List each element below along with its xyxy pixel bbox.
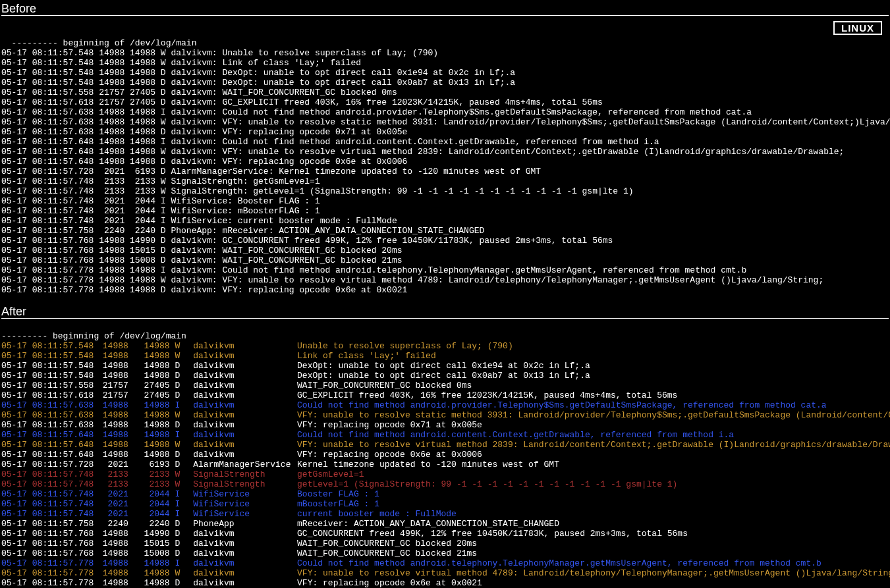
log-timestamp: 05-17 08:11:57.648 [1,430,87,440]
log-message: VFY: unable to resolve virtual method 47… [297,568,890,578]
log-message: mBoosterFLAG : 1 [297,499,379,509]
log-timestamp: 05-17 08:11:57.558 [1,381,87,390]
log-level: D [175,529,188,539]
log-line: 05-17 08:11:57.558 21757 27405 D dalvikv… [1,88,889,97]
log-line: 05-17 08:11:57.648 14988 14988 D dalvikv… [1,450,889,460]
log-message: Booster FLAG : 1 [297,489,379,499]
log-line: 05-17 08:11:57.638 14988 14988 I dalvikv… [1,107,889,117]
log-tag: dalvikvm [193,578,292,588]
log-level: D [175,519,188,529]
log-line: 05-17 08:11:57.548 14988 14988 D dalvikv… [1,361,889,371]
log-line: 05-17 08:11:57.748 2133 2133 W SignalStr… [1,479,889,489]
log-pid: 21757 [92,381,128,390]
log-begin-line: --------- beginning of /dev/log/main [12,38,197,48]
log-tid: 14988 [134,568,170,578]
log-pid: 2021 [92,499,128,509]
log-level: W [175,469,188,479]
log-tag: dalvikvm [193,558,292,568]
log-line: 05-17 08:11:57.748 2021 2044 I WifiServi… [1,499,889,509]
log-message: DexOpt: unable to opt direct call 0x0ab7… [297,371,590,381]
log-level: W [175,568,188,578]
before-log-output: LINUX --------- beginning of /dev/log/ma… [1,18,889,295]
log-line: 05-17 08:11:57.548 14988 14988 D dalvikv… [1,78,889,88]
log-tag: dalvikvm [193,440,292,450]
log-pid: 2133 [92,479,128,489]
log-line: 05-17 08:11:57.748 2133 2133 W SignalStr… [1,469,889,479]
log-pid: 14988 [92,341,128,351]
log-pid: 14988 [92,361,128,371]
log-pid: 14988 [92,371,128,381]
log-tid: 2240 [134,519,170,529]
log-level: I [175,400,188,410]
log-line: 05-17 08:11:57.638 14988 14988 D dalvikv… [1,127,889,137]
log-tid: 15015 [134,539,170,548]
log-timestamp: 05-17 08:11:57.638 [1,410,87,420]
log-tag: PhoneApp [193,519,292,529]
log-pid: 2240 [92,519,128,529]
log-tid: 27405 [134,381,170,390]
log-tag: dalvikvm [193,361,292,371]
log-line: 05-17 08:11:57.638 14988 14988 W dalvikv… [1,117,889,127]
log-tag: dalvikvm [193,341,292,351]
log-tid: 14988 [134,440,170,450]
log-tag: dalvikvm [193,410,292,420]
log-tag: dalvikvm [193,420,292,430]
log-line: 05-17 08:11:57.548 14988 14988 W dalvikv… [1,351,889,361]
log-message: VFY: replacing opcode 0x6e at 0x0006 [297,450,482,460]
log-timestamp: 05-17 08:11:57.548 [1,351,87,361]
log-level: D [175,539,188,548]
log-tag: dalvikvm [193,430,292,440]
log-message: VFY: unable to resolve static method 393… [297,410,890,420]
log-pid: 14988 [92,450,128,460]
log-level: D [175,578,188,588]
log-timestamp: 05-17 08:11:57.748 [1,469,87,479]
log-timestamp: 05-17 08:11:57.778 [1,558,87,568]
log-message: GC_CONCURRENT freed 499K, 12% free 10450… [297,529,688,539]
log-timestamp: 05-17 08:11:57.638 [1,420,87,430]
log-tid: 14988 [134,361,170,371]
log-level: D [175,450,188,460]
log-timestamp: 05-17 08:11:57.748 [1,499,87,509]
log-line: 05-17 08:11:57.548 14988 14988 D dalvikv… [1,371,889,381]
log-message: Could not find method android.content.Co… [297,430,734,440]
log-tag: dalvikvm [193,351,292,361]
log-timestamp: 05-17 08:11:57.778 [1,568,87,578]
log-timestamp: 05-17 08:11:57.638 [1,400,87,410]
log-timestamp: 05-17 08:11:57.758 [1,519,87,529]
log-line: 05-17 08:11:57.648 14988 14988 D dalvikv… [1,157,889,167]
log-pid: 14988 [92,578,128,588]
log-line: 05-17 08:11:57.768 14988 14990 D dalvikv… [1,236,889,246]
log-message: WAIT_FOR_CONCURRENT_GC blocked 21ms [297,548,477,558]
log-message: Could not find method android.telephony.… [297,558,821,568]
log-tid: 14988 [134,371,170,381]
log-line: 05-17 08:11:57.648 14988 14988 I dalvikv… [1,137,889,147]
log-tag: WifiService [193,489,292,499]
log-timestamp: 05-17 08:11:57.748 [1,489,87,499]
log-level: W [175,351,188,361]
log-tag: dalvikvm [193,539,292,548]
log-pid: 2021 [92,460,128,469]
log-line: 05-17 08:11:57.768 14988 15015 D dalvikv… [1,539,889,548]
log-begin-line: --------- beginning of /dev/log/main [1,331,186,341]
log-tid: 15008 [134,548,170,558]
log-tag: dalvikvm [193,548,292,558]
log-tid: 2044 [134,499,170,509]
log-message: Kernel timezone updated to -120 minutes … [297,460,559,469]
log-line: 05-17 08:11:57.638 14988 14988 W dalvikv… [1,410,889,420]
log-line: 05-17 08:11:57.748 2133 2133 W SignalStr… [1,186,889,196]
linux-badge: LINUX [833,21,882,35]
log-pid: 14988 [92,440,128,450]
log-line: 05-17 08:11:57.618 21757 27405 D dalvikv… [1,390,889,400]
log-line: 05-17 08:11:57.648 14988 14988 W dalvikv… [1,147,889,157]
log-pid: 14988 [92,351,128,361]
log-message: VFY: replacing opcode 0x71 at 0x005e [297,420,482,430]
log-pid: 14988 [92,400,128,410]
log-pid: 14988 [92,568,128,578]
log-line: 05-17 08:11:57.648 14988 14988 W dalvikv… [1,440,889,450]
log-tid: 14988 [134,420,170,430]
log-line: 05-17 08:11:57.648 14988 14988 I dalvikv… [1,430,889,440]
log-message: GC_EXPLICIT freed 403K, 16% free 12023K/… [297,390,677,400]
log-tag: AlarmManagerService [193,460,292,469]
log-timestamp: 05-17 08:11:57.778 [1,578,87,588]
log-tid: 14988 [134,450,170,460]
